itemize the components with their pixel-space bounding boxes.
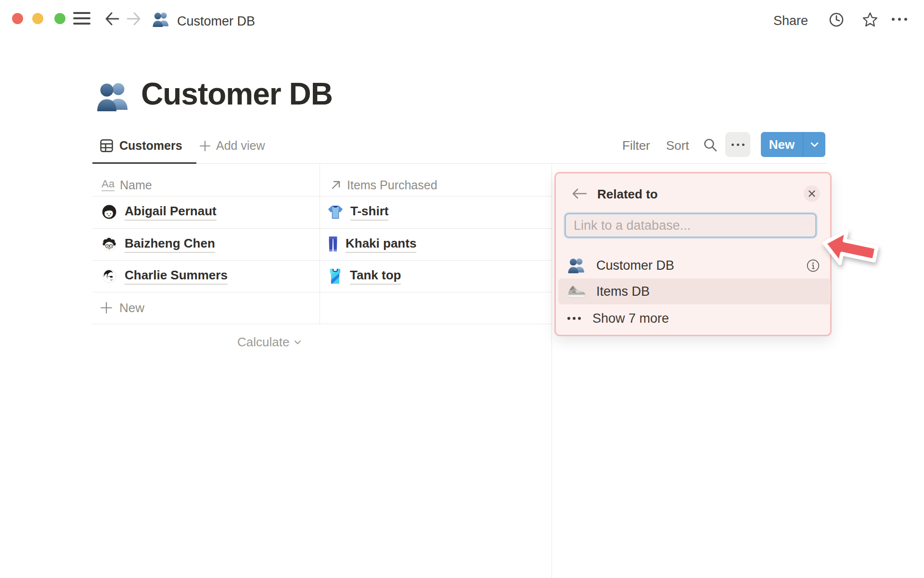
search-icon[interactable] — [703, 138, 718, 152]
more-options-icon[interactable] — [892, 18, 907, 21]
add-view-label: Add view — [216, 139, 265, 153]
sneaker-icon — [566, 284, 586, 299]
popup-close-button[interactable] — [804, 185, 820, 202]
popup-back-icon[interactable] — [572, 188, 587, 199]
sort-button[interactable]: Sort — [666, 138, 689, 153]
table-row-cell-item[interactable]: Tank top — [327, 260, 401, 292]
active-tab-underline — [92, 162, 196, 164]
popup-show-more[interactable]: Show 7 more — [558, 305, 831, 331]
tab-customers-label: Customers — [119, 139, 182, 153]
column-header-name[interactable]: Aa Name — [102, 174, 152, 196]
popup-option-customer-db[interactable]: Customer DB — [558, 252, 831, 278]
page-icon-people[interactable] — [96, 79, 130, 113]
filter-button[interactable]: Filter — [622, 138, 650, 153]
avatar-person-shades — [102, 269, 116, 283]
table-row-cell-item[interactable]: Khaki pants — [327, 228, 416, 260]
popup-title: Related to — [597, 187, 658, 202]
new-button[interactable]: New — [761, 132, 803, 157]
plus-icon — [100, 302, 113, 314]
new-button-group: New — [761, 132, 825, 157]
avatar-woman-bob — [102, 205, 116, 219]
row-item-link[interactable]: Khaki pants — [346, 236, 416, 253]
row-divider — [92, 324, 552, 324]
window-zoom-button[interactable] — [54, 13, 65, 24]
page-title[interactable]: Customer DB — [141, 76, 333, 112]
row-name-link[interactable]: Baizheng Chen — [125, 236, 215, 253]
column-items-label: Items Purchased — [347, 178, 437, 192]
updates-clock-icon[interactable] — [829, 12, 844, 27]
new-row-label: New — [119, 301, 144, 315]
chevron-down-icon — [810, 142, 819, 147]
link-database-searchbox — [565, 213, 817, 238]
toolbar-divider — [92, 163, 826, 164]
add-view-button[interactable]: Add view — [199, 139, 265, 153]
column-divider — [320, 165, 320, 324]
tanktop-icon — [327, 268, 343, 285]
table-row-cell-name[interactable]: Baizheng Chen — [102, 228, 215, 260]
back-arrow-icon[interactable] — [104, 11, 120, 27]
avatar-man-glasses — [102, 237, 116, 251]
row-name-link[interactable]: Charlie Summers — [125, 268, 228, 285]
table-row-cell-name[interactable]: Charlie Summers — [102, 260, 228, 292]
forward-arrow-icon[interactable] — [126, 11, 142, 27]
table-right-border — [552, 165, 552, 578]
popup-option-label: Items DB — [596, 284, 650, 299]
related-to-popup: Related to Customer DB — [554, 172, 832, 336]
table-row-cell-item[interactable]: T-shirt — [327, 196, 388, 228]
breadcrumb[interactable]: Customer DB — [177, 14, 255, 29]
chevron-down-icon — [294, 340, 301, 345]
window-close-button[interactable] — [12, 13, 23, 24]
relation-arrow-icon — [330, 179, 342, 191]
column-header-items-purchased[interactable]: Items Purchased — [330, 174, 437, 196]
ellipsis-icon — [567, 317, 581, 320]
sidebar-menu-icon[interactable] — [73, 12, 90, 25]
column-name-label: Name — [120, 178, 152, 192]
show-more-label: Show 7 more — [592, 311, 669, 326]
new-dropdown-button[interactable] — [803, 132, 825, 157]
plus-icon — [199, 140, 211, 152]
table-view-icon — [100, 139, 113, 152]
view-options-button[interactable] — [725, 132, 750, 157]
window-minimize-button[interactable] — [32, 13, 43, 24]
notion-window: Customer DB Share Customer DB Customers … — [0, 0, 924, 578]
calculate-label: Calculate — [237, 335, 289, 350]
favorite-star-icon[interactable] — [862, 12, 878, 28]
popup-option-label: Customer DB — [596, 258, 674, 273]
link-database-input[interactable] — [566, 214, 815, 236]
share-button[interactable]: Share — [773, 13, 808, 28]
new-row-button[interactable]: New — [100, 292, 144, 323]
popup-option-items-db[interactable]: Items DB — [558, 278, 831, 304]
text-property-icon: Aa — [102, 179, 115, 191]
calculate-button[interactable]: Calculate — [237, 335, 301, 350]
row-item-link[interactable]: Tank top — [350, 268, 401, 285]
tab-customers[interactable]: Customers — [100, 139, 182, 153]
table-row-cell-name[interactable]: Abigail Pernaut — [102, 196, 217, 228]
row-item-link[interactable]: T-shirt — [350, 204, 388, 221]
row-name-link[interactable]: Abigail Pernaut — [125, 204, 217, 221]
row-divider — [92, 292, 552, 292]
people-icon — [567, 257, 586, 274]
jeans-icon — [327, 236, 339, 253]
close-icon — [808, 190, 816, 197]
tshirt-icon — [327, 204, 344, 220]
people-icon — [152, 11, 170, 28]
